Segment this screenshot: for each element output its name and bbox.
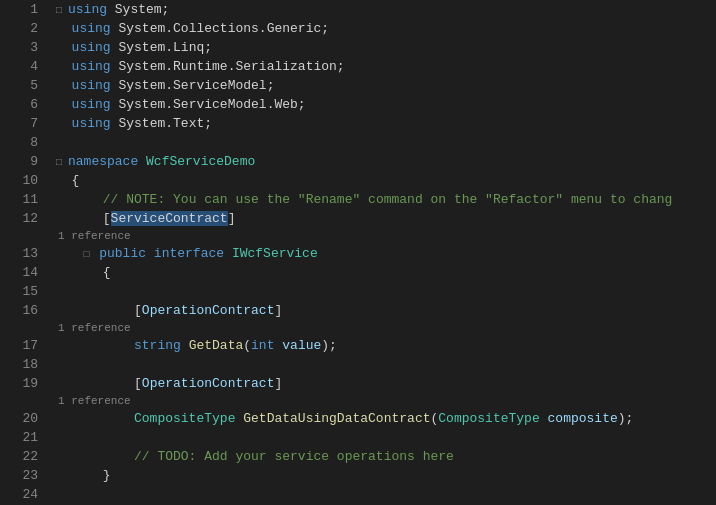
code-line-20: CompositeType GetDataUsingDataContract(C… <box>56 409 716 428</box>
code-line-10: { <box>56 171 716 190</box>
line-num-14: 14 <box>0 263 38 282</box>
code-line-14: { <box>56 263 716 282</box>
code-line-16: [OperationContract] <box>56 301 716 320</box>
code-line-1: □using System; <box>56 0 716 19</box>
line-num-7: 7 <box>0 114 38 133</box>
code-line-3: using System.Linq; <box>56 38 716 57</box>
line-ref-16 <box>0 320 38 336</box>
code-line-21 <box>56 428 716 447</box>
line-num-9: 9 <box>0 152 38 171</box>
code-line-2: using System.Collections.Generic; <box>56 19 716 38</box>
code-line-12: [ServiceContract] <box>56 209 716 228</box>
line-num-3: 3 <box>0 38 38 57</box>
line-num-15: 15 <box>0 282 38 301</box>
line-num-1: 1 <box>0 0 38 19</box>
line-num-2: 2 <box>0 19 38 38</box>
line-num-5: 5 <box>0 76 38 95</box>
code-line-7: using System.Text; <box>56 114 716 133</box>
code-line-24 <box>56 485 716 504</box>
line-num-16: 16 <box>0 301 38 320</box>
code-line-15 <box>56 282 716 301</box>
line-num-12: 12 <box>0 209 38 228</box>
line-num-18: 18 <box>0 355 38 374</box>
ref-line-12: 1 reference <box>56 228 716 244</box>
line-num-4: 4 <box>0 57 38 76</box>
code-line-18 <box>56 355 716 374</box>
code-line-17: string GetData(int value); <box>56 336 716 355</box>
code-line-19: [OperationContract] <box>56 374 716 393</box>
code-line-4: using System.Runtime.Serialization; <box>56 57 716 76</box>
code-content: □using System; using System.Collections.… <box>50 0 716 505</box>
line-num-11: 11 <box>0 190 38 209</box>
line-numbers: 1 2 3 4 5 6 7 8 9 10 11 12 13 14 15 16 1… <box>0 0 50 505</box>
ref-line-16: 1 reference <box>56 320 716 336</box>
line-ref-19 <box>0 393 38 409</box>
ref-line-19: 1 reference <box>56 393 716 409</box>
line-num-19: 19 <box>0 374 38 393</box>
code-line-22: // TODO: Add your service operations her… <box>56 447 716 466</box>
code-line-8 <box>56 133 716 152</box>
code-line-13: □ public interface IWcfService <box>56 244 716 263</box>
line-num-10: 10 <box>0 171 38 190</box>
line-num-6: 6 <box>0 95 38 114</box>
line-num-23: 23 <box>0 466 38 485</box>
code-line-6: using System.ServiceModel.Web; <box>56 95 716 114</box>
line-num-13: 13 <box>0 244 38 263</box>
line-ref-12 <box>0 228 38 244</box>
code-line-5: using System.ServiceModel; <box>56 76 716 95</box>
line-num-20: 20 <box>0 409 38 428</box>
line-num-17: 17 <box>0 336 38 355</box>
code-line-9: □namespace WcfServiceDemo <box>56 152 716 171</box>
line-num-22: 22 <box>0 447 38 466</box>
line-num-24: 24 <box>0 485 38 504</box>
code-line-23: } <box>56 466 716 485</box>
code-line-11: // NOTE: You can use the "Rename" comman… <box>56 190 716 209</box>
line-num-8: 8 <box>0 133 38 152</box>
code-editor[interactable]: 1 2 3 4 5 6 7 8 9 10 11 12 13 14 15 16 1… <box>0 0 716 505</box>
line-num-21: 21 <box>0 428 38 447</box>
